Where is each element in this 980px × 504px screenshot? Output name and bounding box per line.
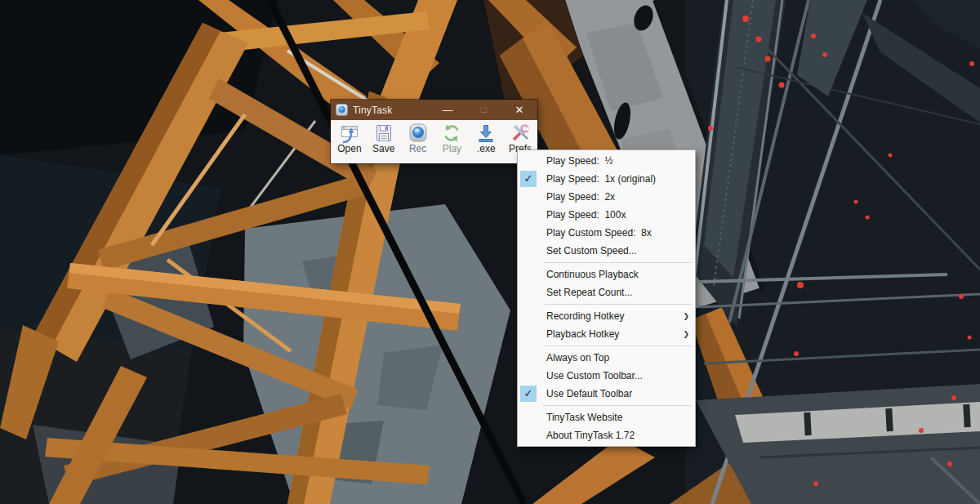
menu-item[interactable]: ✓Play Speed: 1x (original) xyxy=(518,170,695,188)
window-title: TinyTask xyxy=(353,105,430,116)
menu-separator xyxy=(543,262,692,263)
submenu-arrow-icon: ❯ xyxy=(683,325,689,343)
open-button[interactable]: Open xyxy=(332,122,367,154)
context-menu: Play Speed: ½✓Play Speed: 1x (original)P… xyxy=(517,149,696,447)
minimize-button[interactable]: — xyxy=(430,100,466,120)
menu-item-label: Use Default Toolbar xyxy=(546,388,632,399)
menu-item-label: Play Speed: 2x xyxy=(546,191,615,203)
play-button[interactable]: Play xyxy=(434,122,469,154)
menu-separator xyxy=(543,346,692,346)
submenu-arrow-icon: ❯ xyxy=(683,307,689,325)
menu-item[interactable]: Play Custom Speed: 8x xyxy=(518,224,695,242)
exe-button[interactable]: .exe xyxy=(469,122,503,154)
save-button[interactable]: Save xyxy=(367,122,401,154)
menu-item-label: Play Custom Speed: 8x xyxy=(546,227,652,239)
menu-item[interactable]: Playback Hotkey❯ xyxy=(518,325,695,343)
menu-separator xyxy=(543,304,692,305)
menu-item-label: Playback Hotkey xyxy=(546,328,619,340)
menu-item[interactable]: About TinyTask 1.72 xyxy=(518,426,695,444)
toolbar: Open Save Rec xyxy=(331,120,537,163)
menu-item[interactable]: Set Repeat Count... xyxy=(518,283,695,301)
check-icon: ✓ xyxy=(520,386,537,402)
prefs-tools-icon xyxy=(510,123,531,144)
menu-item-label: About TinyTask 1.72 xyxy=(546,430,635,441)
menu-item[interactable]: TinyTask Website xyxy=(518,408,695,426)
tinytask-app-icon xyxy=(336,104,348,116)
tool-label: .exe xyxy=(477,144,496,154)
maximize-button[interactable]: □ xyxy=(466,100,501,120)
menu-item[interactable]: ✓Use Default Toolbar xyxy=(518,385,695,403)
crane-wallpaper xyxy=(0,0,980,504)
menu-item[interactable]: Play Speed: 100x xyxy=(518,206,695,224)
close-button[interactable]: ✕ xyxy=(501,100,537,120)
menu-separator xyxy=(543,405,692,406)
tool-label: Play xyxy=(443,144,461,154)
menu-item[interactable]: Play Speed: 2x xyxy=(518,188,695,206)
menu-item[interactable]: Always on Top xyxy=(518,349,695,367)
menu-item-label: Set Repeat Count... xyxy=(546,287,632,298)
compile-exe-icon xyxy=(475,123,497,144)
tool-label: Save xyxy=(372,144,394,154)
menu-item-label: Play Speed: 100x xyxy=(546,209,626,221)
open-icon xyxy=(339,123,360,144)
desktop-background xyxy=(0,0,980,504)
menu-item-label: Play Speed: ½ xyxy=(546,155,612,167)
menu-item-label: Always on Top xyxy=(546,352,609,364)
menu-item-label: Use Custom Toolbar... xyxy=(546,370,643,381)
rec-button[interactable]: Rec xyxy=(401,122,435,154)
menu-item-label: Set Custom Speed... xyxy=(546,245,637,256)
titlebar[interactable]: TinyTask — □ ✕ xyxy=(331,100,537,120)
tool-label: Open xyxy=(337,144,361,154)
save-icon xyxy=(373,123,394,144)
menu-item[interactable]: Use Custom Toolbar... xyxy=(518,367,695,385)
menu-item[interactable]: Set Custom Speed... xyxy=(518,242,695,260)
tool-label: Rec xyxy=(409,144,426,154)
play-icon xyxy=(441,123,462,144)
menu-item-label: Recording Hotkey xyxy=(546,310,624,322)
caption-buttons: — □ ✕ xyxy=(430,100,537,120)
tinytask-window: TinyTask — □ ✕ Open xyxy=(331,100,537,163)
check-icon: ✓ xyxy=(520,171,537,187)
menu-item-label: TinyTask Website xyxy=(546,412,622,423)
menu-item[interactable]: Play Speed: ½ xyxy=(518,152,695,170)
menu-item[interactable]: Continuous Playback xyxy=(518,265,695,283)
menu-item-label: Continuous Playback xyxy=(546,269,639,280)
menu-item-label: Play Speed: 1x (original) xyxy=(546,173,656,185)
record-icon xyxy=(408,123,429,144)
menu-item[interactable]: Recording Hotkey❯ xyxy=(518,307,695,325)
